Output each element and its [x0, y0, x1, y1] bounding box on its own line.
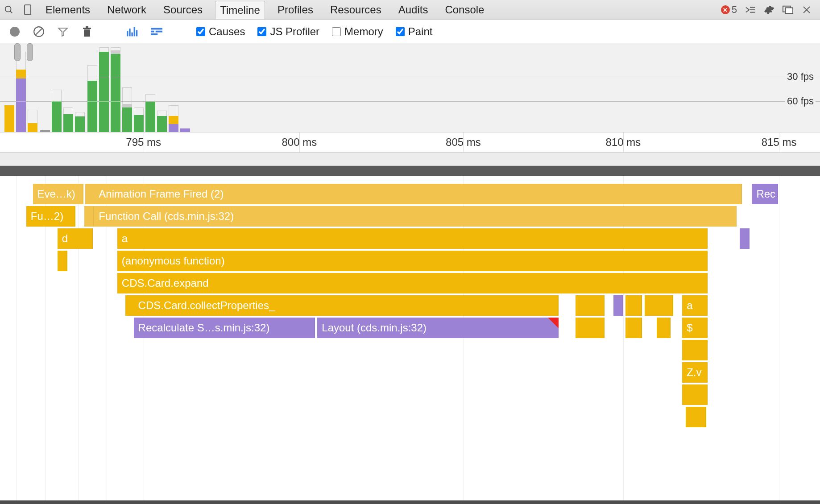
- tabs-right-group: ✕ 5: [721, 4, 816, 16]
- overview-bar-segment: [157, 116, 167, 132]
- checkbox-causes-label: Causes: [209, 25, 245, 38]
- checkbox-js-profiler[interactable]: JS Profiler: [257, 25, 319, 38]
- flame-row: [0, 340, 820, 361]
- overview-bar-segment: [122, 107, 132, 132]
- tabs-left-group: Elements Network Sources Timeline Profil…: [4, 1, 489, 19]
- flame-segment[interactable]: [657, 295, 673, 316]
- overview-bar-segment: [180, 128, 190, 132]
- flame-segment[interactable]: [740, 228, 750, 249]
- flame-chart[interactable]: Eve…k)Animation Frame Fired (2)Rec…2)Fu……: [0, 176, 820, 504]
- flame-segment[interactable]: [613, 295, 623, 316]
- error-count: 5: [732, 4, 737, 16]
- flame-segment[interactable]: [84, 206, 94, 227]
- time-ruler[interactable]: 795 ms800 ms805 ms810 ms815 ms: [0, 132, 820, 153]
- flame-row: Eve…k)Animation Frame Fired (2)Rec…2): [0, 184, 820, 205]
- tab-sources[interactable]: Sources: [159, 1, 207, 19]
- ruler-tick-label: 795 ms: [126, 136, 161, 149]
- flame-segment[interactable]: Rec…2): [752, 184, 778, 204]
- drawer-toggle-icon[interactable]: [745, 4, 756, 15]
- checkbox-causes[interactable]: Causes: [196, 25, 245, 38]
- fps-label: 30 fps: [785, 71, 816, 83]
- flame-segment[interactable]: (anonymous function): [117, 251, 708, 271]
- flame-segment[interactable]: [682, 340, 708, 360]
- checkbox-memory[interactable]: Memory: [332, 25, 383, 38]
- overview-bar-segment: [75, 116, 85, 132]
- tab-network[interactable]: Network: [103, 1, 151, 19]
- overview-bar-segment: [169, 124, 178, 132]
- flame-segment[interactable]: [657, 318, 671, 338]
- warning-triangle-icon: [548, 318, 559, 328]
- checkbox-paint-label: Paint: [408, 25, 433, 38]
- record-button[interactable]: [9, 26, 21, 37]
- svg-rect-24: [151, 33, 157, 35]
- flame-segment[interactable]: Z.v: [682, 362, 708, 383]
- overview-bar-segment: [40, 130, 50, 132]
- svg-line-1: [10, 11, 12, 13]
- flame-segment[interactable]: Function Call (cds.min.js:32): [94, 206, 736, 227]
- svg-line-11: [35, 28, 42, 35]
- svg-rect-7: [785, 8, 793, 13]
- clear-icon[interactable]: [33, 26, 45, 37]
- flame-segment[interactable]: CDS.Card.collectProperties_: [134, 295, 559, 316]
- tab-elements[interactable]: Elements: [41, 1, 95, 19]
- flame-chart-mode-icon[interactable]: [151, 26, 162, 37]
- flame-segment[interactable]: [625, 318, 642, 338]
- svg-rect-13: [84, 29, 90, 37]
- flame-segment[interactable]: Layout (cds.min.js:32): [317, 318, 558, 338]
- overview-bar-segment: [52, 101, 62, 132]
- close-icon[interactable]: [801, 4, 812, 15]
- checkbox-js-profiler-input[interactable]: [257, 27, 266, 36]
- flame-segment[interactable]: [686, 407, 706, 427]
- flame-segment[interactable]: Eve…k): [33, 184, 84, 204]
- dock-icon[interactable]: [783, 4, 793, 15]
- checkbox-js-profiler-label: JS Profiler: [270, 25, 319, 38]
- tab-profiles[interactable]: Profiles: [273, 1, 318, 19]
- ruler-tick-label: 805 ms: [446, 136, 481, 149]
- fps-line: [0, 101, 820, 102]
- checkbox-paint[interactable]: Paint: [396, 25, 433, 38]
- ruler-tick-label: 815 ms: [762, 136, 797, 149]
- flame-row: [0, 384, 820, 406]
- garbage-icon[interactable]: [81, 26, 93, 37]
- svg-rect-16: [127, 31, 128, 36]
- flame-segment[interactable]: [576, 295, 604, 316]
- tab-timeline[interactable]: Timeline: [215, 1, 265, 19]
- flame-row: [0, 407, 820, 428]
- flame-segment[interactable]: Recalculate S…s.min.js:32): [134, 318, 315, 338]
- flame-segment[interactable]: [85, 184, 95, 204]
- search-icon[interactable]: [4, 4, 14, 15]
- overview-bar-segment: [99, 52, 109, 132]
- checkbox-memory-input[interactable]: [332, 27, 341, 36]
- tab-resources[interactable]: Resources: [326, 1, 386, 19]
- flame-segment[interactable]: a: [682, 295, 708, 316]
- flame-segment[interactable]: Fu…2): [26, 206, 75, 227]
- flame-segment[interactable]: Animation Frame Fired (2): [94, 184, 742, 204]
- ruler-tick-label: 810 ms: [606, 136, 641, 149]
- flame-segment[interactable]: d: [58, 228, 93, 249]
- flame-segment[interactable]: $: [682, 318, 708, 338]
- tab-console[interactable]: Console: [440, 1, 489, 19]
- error-indicator[interactable]: ✕ 5: [721, 4, 737, 16]
- range-handle[interactable]: [27, 43, 33, 61]
- range-handle[interactable]: [14, 43, 21, 61]
- checkbox-causes-input[interactable]: [196, 27, 205, 36]
- tab-audits[interactable]: Audits: [394, 1, 433, 19]
- flame-segment[interactable]: CDS.Card.expand: [117, 273, 708, 293]
- flame-segment[interactable]: [682, 384, 708, 405]
- flame-segment[interactable]: [625, 295, 642, 316]
- svg-point-0: [5, 6, 11, 12]
- checkbox-paint-input[interactable]: [396, 27, 405, 36]
- bar-chart-mode-icon[interactable]: [127, 26, 138, 37]
- device-icon[interactable]: [22, 4, 33, 15]
- overview-bar-segment: [122, 104, 132, 107]
- overview-bar-segment: [16, 70, 26, 78]
- flame-segment[interactable]: a: [117, 228, 708, 249]
- overview-bar-segment: [16, 78, 26, 132]
- checkbox-memory-label: Memory: [344, 25, 383, 38]
- filter-icon[interactable]: [57, 26, 69, 37]
- overview-panel[interactable]: 30 fps60 fps: [0, 43, 820, 132]
- svg-rect-23: [156, 30, 162, 32]
- flame-segment[interactable]: [58, 251, 67, 271]
- flame-segment[interactable]: [576, 318, 604, 338]
- settings-gear-icon[interactable]: [764, 4, 774, 15]
